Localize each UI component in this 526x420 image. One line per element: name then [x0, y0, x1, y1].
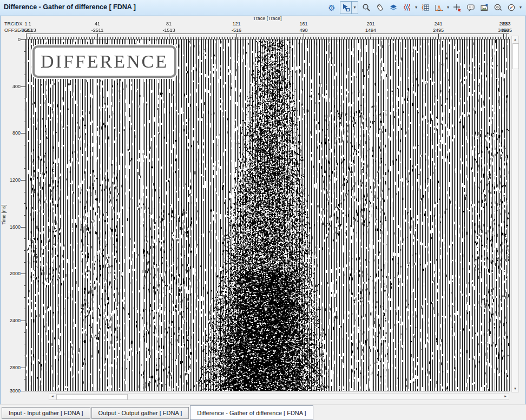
time-minor-tick	[24, 215, 26, 216]
time-minor-tick	[24, 122, 26, 122]
offset-tick-label: -3513	[23, 28, 36, 33]
time-tick-label: 1600	[10, 224, 21, 230]
time-minor-tick	[24, 285, 26, 286]
tab-input[interactable]: Input - Input gather [ FDNA ]	[2, 407, 90, 419]
trcidx-tick-label: 283	[502, 21, 510, 26]
select-mode-icon	[340, 2, 351, 14]
time-minor-tick	[24, 192, 26, 192]
app-window: Difference - Gather of difference [ FDNA…	[0, 0, 526, 420]
toolbar: ⚙ ▾	[326, 0, 522, 15]
offset-tick-label: 2495	[433, 28, 444, 33]
time-minor-tick	[24, 379, 26, 379]
settings-gear-icon[interactable]: ⚙	[326, 2, 337, 14]
trcidx-tick-label: 201	[366, 21, 374, 26]
wiggle-display-icon[interactable]	[402, 2, 412, 14]
time-major-tick	[21, 39, 26, 40]
time-minor-tick	[24, 75, 26, 75]
trace-major-tick	[371, 34, 371, 39]
time-minor-tick	[24, 238, 26, 239]
time-minor-tick	[24, 262, 26, 263]
select-mode-button[interactable]: ▾	[340, 1, 358, 14]
horizontal-scroll-thumb[interactable]	[56, 394, 128, 400]
tab-bar: Input - Input gather [ FDNA ]Output - Ou…	[0, 404, 526, 420]
tab-label: Input - Input gather [ FDNA ]	[9, 410, 83, 416]
horizontal-scrollbar[interactable]: ◄ ►	[49, 393, 509, 400]
time-tick-label: 3000	[10, 388, 21, 394]
seismic-gather-view[interactable]	[25, 39, 510, 391]
zoom-icon[interactable]	[361, 2, 372, 14]
comment-icon[interactable]	[465, 2, 476, 14]
time-major-tick	[21, 86, 26, 87]
time-minor-tick	[24, 356, 26, 356]
time-minor-tick	[24, 309, 26, 309]
compass-dropdown[interactable]: ▾	[520, 5, 522, 10]
time-major-tick	[21, 133, 26, 134]
trcidx-tick-label: 241	[434, 21, 442, 26]
time-tick-label: 800	[12, 130, 21, 136]
time-major-tick	[21, 180, 26, 181]
tab-label: Difference - Gather of difference [ FDNA…	[197, 410, 306, 416]
offset-tick-label: -516	[232, 28, 241, 33]
trcidx-tick-label: 161	[299, 21, 307, 26]
tab-output[interactable]: Output - Output gather [ FDNA ]	[91, 407, 189, 419]
time-major-tick	[21, 321, 26, 321]
tab-difference[interactable]: Difference - Gather of difference [ FDNA…	[190, 405, 313, 420]
trace-major-tick	[26, 34, 27, 39]
trace-major-tick	[503, 34, 504, 39]
tab-label: Output - Output gather [ FDNA ]	[98, 410, 182, 416]
trace-major-tick	[30, 34, 30, 39]
scroll-right-icon[interactable]: ►	[502, 394, 509, 399]
time-minor-tick	[24, 157, 26, 157]
layers-icon[interactable]	[388, 2, 399, 14]
trcidx-tick-label: 1	[24, 21, 27, 26]
offset-tick-label: -1513	[162, 28, 175, 33]
time-minor-tick	[24, 145, 26, 145]
select-mode-dropdown[interactable]: ▾	[351, 2, 358, 14]
amplitude-curve-icon[interactable]	[433, 2, 444, 14]
time-minor-tick	[24, 297, 26, 298]
mouse-tool-icon[interactable]	[374, 2, 385, 14]
trace-major-tick	[438, 34, 439, 39]
time-minor-tick	[24, 168, 26, 169]
time-major-tick	[21, 391, 26, 391]
vertical-scroll-thumb[interactable]	[512, 43, 519, 69]
export-image-icon[interactable]	[479, 2, 490, 14]
time-major-tick	[21, 227, 26, 228]
trcidx-tick-label: 81	[166, 21, 172, 26]
trace-major-tick	[507, 34, 507, 39]
scroll-up-icon[interactable]: ▲	[512, 36, 518, 43]
time-minor-tick	[24, 98, 26, 98]
time-tick-label: 2400	[10, 318, 21, 323]
amplitude-curve-dropdown[interactable]: ▾	[447, 5, 449, 10]
time-minor-tick	[24, 51, 26, 52]
trcidx-row-label: TRCIDX	[4, 21, 23, 26]
time-minor-tick	[24, 250, 26, 251]
time-minor-tick	[24, 332, 26, 333]
spreadsheet-icon[interactable]	[420, 2, 431, 14]
time-tick-label: 0	[18, 37, 21, 42]
compass-icon[interactable]	[506, 2, 517, 14]
offset-tick-label: 1494	[365, 28, 376, 33]
time-tick-label: 2800	[10, 365, 21, 370]
wiggle-display-dropdown[interactable]: ▾	[415, 5, 417, 10]
scroll-down-icon[interactable]: ▼	[512, 385, 518, 392]
measure-tape-icon[interactable]	[492, 2, 503, 14]
time-minor-tick	[24, 63, 26, 63]
difference-label: DIFFERENCE	[41, 51, 168, 72]
trace-major-tick	[97, 34, 98, 39]
time-major-tick	[21, 368, 26, 368]
vertical-scrollbar[interactable]: ▲ ▼	[511, 36, 519, 392]
time-major-tick	[21, 274, 26, 274]
offset-tick-label: 490	[299, 28, 307, 33]
trcidx-tick-label: 41	[95, 21, 100, 26]
time-tick-label: 400	[12, 84, 21, 89]
time-tick-label: 2000	[10, 271, 21, 276]
offset-tick-label: -2511	[91, 28, 103, 33]
difference-label-box: DIFFERENCE	[32, 45, 176, 78]
time-minor-tick	[24, 344, 26, 344]
trace-major-tick	[236, 34, 237, 39]
trace-axis-title: Trace [Trace]	[253, 16, 282, 21]
offset-tick-label: 3545	[501, 28, 512, 33]
scroll-left-icon[interactable]: ◄	[49, 394, 56, 399]
pick-crosshair-icon[interactable]	[452, 2, 463, 14]
